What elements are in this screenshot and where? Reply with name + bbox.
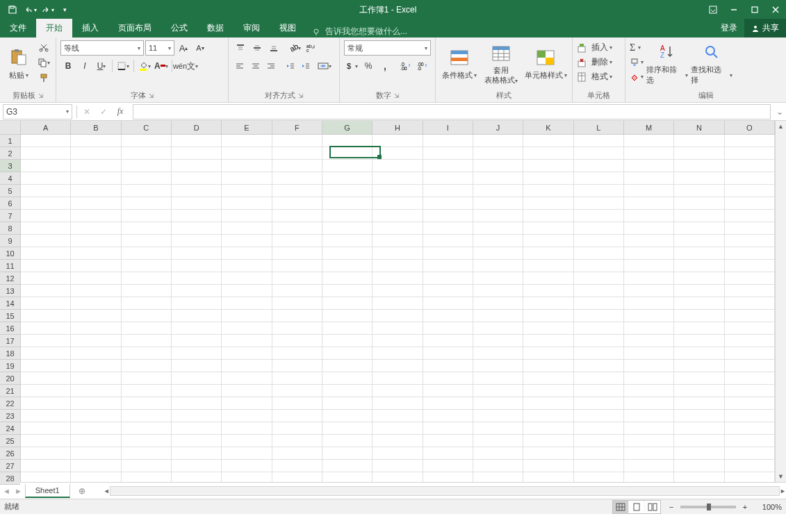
row-header-7[interactable]: 7: [0, 210, 20, 222]
insert-function-button[interactable]: fx: [112, 104, 129, 119]
cell-I27[interactable]: [423, 460, 473, 472]
cell-F4[interactable]: [272, 172, 322, 185]
cell-C16[interactable]: [122, 322, 172, 335]
cell-O17[interactable]: [725, 335, 775, 347]
font-launcher[interactable]: ⇲: [149, 92, 154, 99]
cell-A11[interactable]: [21, 260, 71, 272]
find-select-button[interactable]: 查找和选择▾: [691, 40, 732, 86]
cell-K6[interactable]: [523, 197, 573, 210]
cell-D12[interactable]: [172, 272, 222, 285]
cell-G7[interactable]: [322, 210, 372, 222]
cancel-formula-button[interactable]: ✕: [79, 104, 95, 119]
cell-J19[interactable]: [473, 360, 523, 372]
cell-J27[interactable]: [473, 460, 523, 472]
border-button[interactable]: ▾: [115, 58, 131, 74]
cell-I2[interactable]: [423, 147, 473, 160]
format-painter-button[interactable]: [36, 71, 51, 85]
column-header-M[interactable]: M: [624, 121, 674, 134]
row-header-27[interactable]: 27: [0, 460, 20, 472]
cell-M1[interactable]: [624, 135, 674, 147]
wrap-text-button[interactable]: abc: [304, 40, 319, 56]
clipboard-launcher[interactable]: ⇲: [38, 92, 44, 99]
row-header-3[interactable]: 3: [0, 160, 20, 172]
cell-A13[interactable]: [21, 285, 71, 297]
row-header-28[interactable]: 28: [0, 472, 20, 485]
cell-K12[interactable]: [523, 272, 573, 285]
cell-F25[interactable]: [272, 435, 322, 447]
cell-L13[interactable]: [574, 285, 624, 297]
number-launcher[interactable]: ⇲: [394, 92, 400, 99]
cell-K15[interactable]: [523, 310, 573, 322]
cell-F10[interactable]: [272, 247, 322, 260]
cell-I18[interactable]: [423, 347, 473, 360]
cell-C20[interactable]: [122, 372, 172, 385]
cell-N14[interactable]: [674, 297, 724, 310]
cell-B10[interactable]: [71, 247, 121, 260]
cell-C28[interactable]: [122, 472, 172, 482]
vertical-scrollbar[interactable]: ▲ ▼: [775, 121, 786, 482]
cell-E25[interactable]: [222, 435, 272, 447]
cell-E8[interactable]: [222, 222, 272, 235]
cell-D1[interactable]: [172, 135, 222, 147]
cell-O10[interactable]: [725, 247, 775, 260]
cell-O6[interactable]: [725, 197, 775, 210]
cell-D13[interactable]: [172, 285, 222, 297]
save-button[interactable]: [4, 2, 21, 17]
cell-J2[interactable]: [473, 147, 523, 160]
cell-H14[interactable]: [372, 297, 423, 310]
increase-indent-button[interactable]: [299, 58, 313, 74]
cell-J26[interactable]: [473, 447, 523, 460]
cell-M14[interactable]: [624, 297, 674, 310]
number-format-combo[interactable]: 常规▾: [344, 40, 431, 56]
cell-J14[interactable]: [473, 297, 523, 310]
cell-N27[interactable]: [674, 460, 724, 472]
cell-M19[interactable]: [624, 360, 674, 372]
cell-E3[interactable]: [222, 160, 272, 172]
cell-L22[interactable]: [574, 397, 624, 410]
cell-J28[interactable]: [473, 472, 523, 482]
cell-H16[interactable]: [372, 322, 423, 335]
cell-M24[interactable]: [624, 422, 674, 435]
cell-M13[interactable]: [624, 285, 674, 297]
cell-C26[interactable]: [122, 447, 172, 460]
cell-A10[interactable]: [21, 247, 71, 260]
cell-B14[interactable]: [71, 297, 121, 310]
cell-L8[interactable]: [574, 222, 624, 235]
tab-view[interactable]: 视图: [270, 19, 306, 38]
cell-I13[interactable]: [423, 285, 473, 297]
cell-B6[interactable]: [71, 197, 121, 210]
horizontal-scrollbar[interactable]: ◄ ►: [104, 485, 786, 497]
row-header-24[interactable]: 24: [0, 422, 20, 435]
cell-J17[interactable]: [473, 335, 523, 347]
cell-I17[interactable]: [423, 335, 473, 347]
cell-G2[interactable]: [322, 147, 372, 160]
cell-L25[interactable]: [574, 435, 624, 447]
copy-button[interactable]: ▾: [36, 56, 51, 69]
cell-N28[interactable]: [674, 472, 724, 482]
cell-I5[interactable]: [423, 185, 473, 197]
column-header-G[interactable]: G: [322, 121, 372, 134]
cell-D16[interactable]: [172, 322, 222, 335]
cell-M3[interactable]: [624, 160, 674, 172]
row-header-6[interactable]: 6: [0, 197, 20, 210]
cell-M7[interactable]: [624, 210, 674, 222]
cell-H23[interactable]: [372, 410, 423, 422]
cell-B18[interactable]: [71, 347, 121, 360]
cell-B28[interactable]: [71, 472, 121, 482]
underline-button[interactable]: U▾: [94, 58, 109, 74]
cell-H12[interactable]: [372, 272, 423, 285]
row-header-26[interactable]: 26: [0, 447, 20, 460]
row-header-10[interactable]: 10: [0, 247, 20, 260]
cell-K16[interactable]: [523, 322, 573, 335]
cell-L12[interactable]: [574, 272, 624, 285]
cell-B2[interactable]: [71, 147, 121, 160]
cell-F16[interactable]: [272, 322, 322, 335]
fill-button[interactable]: ▾: [630, 55, 644, 69]
cell-O14[interactable]: [725, 297, 775, 310]
cell-H1[interactable]: [372, 135, 423, 147]
cell-G16[interactable]: [322, 322, 372, 335]
cell-M15[interactable]: [624, 310, 674, 322]
italic-button[interactable]: I: [77, 58, 92, 74]
cell-L28[interactable]: [574, 472, 624, 482]
cell-J8[interactable]: [473, 222, 523, 235]
